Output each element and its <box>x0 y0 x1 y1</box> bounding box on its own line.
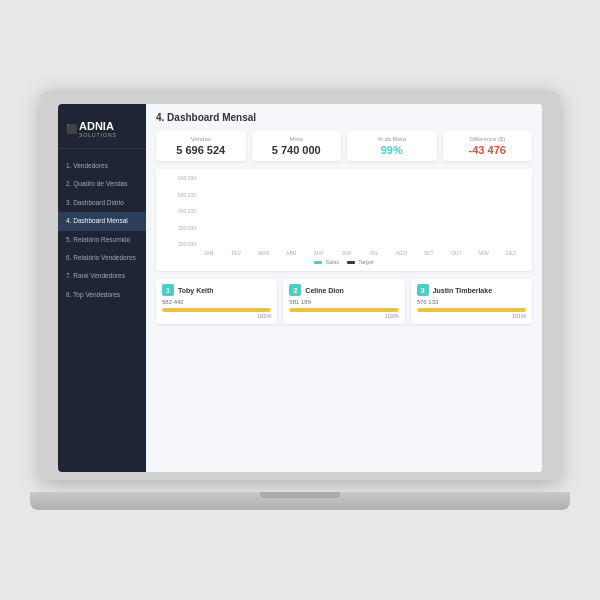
stat-card: % da Meta99% <box>347 131 437 161</box>
chart-x-labels: JANFEVMARABRMAIJUNJULAGOSETOUTNOVDEZ <box>196 250 524 256</box>
legend-sales-dot <box>314 261 322 264</box>
legend-target: Target <box>347 259 373 265</box>
legend-target-label: Target <box>358 259 373 265</box>
bars-wrapper <box>196 175 524 247</box>
rank-bar-fill <box>289 308 398 312</box>
logo-text: ADNIA <box>79 120 117 132</box>
x-axis-label: JUL <box>361 250 387 256</box>
sidebar-nav-item[interactable]: 7. Rank Vendedores <box>58 267 146 285</box>
chart-y-axis: 600.000500.000400.000300.000200.000 <box>164 175 196 247</box>
chart-container: 600.000500.000400.000300.000200.000 JANF… <box>156 169 532 271</box>
rank-name: Justin Timberlake <box>433 287 492 294</box>
stat-card: Difference ($)-43 476 <box>443 131 533 161</box>
x-axis-label: DEZ <box>499 250 525 256</box>
stat-value: 5 740 000 <box>260 144 334 156</box>
rank-number: 2 <box>289 284 301 296</box>
rank-number: 3 <box>417 284 429 296</box>
stats-row: Vendas5 696 524Meta5 740 000% da Meta99%… <box>156 131 532 161</box>
laptop-frame: ⬛ ADNIA SOLUTIONS 1. Vendedores2. Quadro… <box>40 90 560 510</box>
rank-pct: 102% <box>289 313 398 319</box>
sidebar-nav: 1. Vendedores2. Quadro de Vendas3. Dashb… <box>58 157 146 304</box>
sidebar-nav-item[interactable]: 1. Vendedores <box>58 157 146 175</box>
y-axis-label: 300.000 <box>164 225 196 231</box>
main-content: 4. Dashboard Mensal Vendas5 696 524Meta5… <box>146 104 542 472</box>
sidebar-nav-item[interactable]: 5. Relatório Resumido <box>58 231 146 249</box>
legend-sales-label: Sales <box>325 259 339 265</box>
rank-bar-bg <box>289 308 398 312</box>
rank-bar-fill <box>162 308 271 312</box>
stat-label: Vendas <box>164 136 238 142</box>
stat-label: Difference ($) <box>451 136 525 142</box>
stat-value: -43 476 <box>451 144 525 156</box>
x-axis-label: MAR <box>251 250 277 256</box>
stat-card: Meta5 740 000 <box>252 131 342 161</box>
x-axis-label: NOV <box>471 250 497 256</box>
rank-pct: 102% <box>162 313 271 319</box>
x-axis-label: JAN <box>196 250 222 256</box>
rank-value: 581 189 <box>289 299 398 305</box>
x-axis-label: FEV <box>224 250 250 256</box>
x-axis-label: ABR <box>279 250 305 256</box>
rank-card: 3Justin Timberlake576 133101% <box>411 279 532 324</box>
laptop-base <box>30 492 570 510</box>
rank-name: Toby Keith <box>178 287 214 294</box>
y-axis-label: 200.000 <box>164 241 196 247</box>
stat-label: Meta <box>260 136 334 142</box>
sidebar-nav-item[interactable]: 3. Dashboard Diário <box>58 194 146 212</box>
rank-card: 2Celine Dion581 189102% <box>283 279 404 324</box>
x-axis-label: JUN <box>334 250 360 256</box>
x-axis-label: SET <box>416 250 442 256</box>
logo-subtitle: SOLUTIONS <box>79 132 117 138</box>
y-axis-label: 500.000 <box>164 192 196 198</box>
rank-card: 1Toby Keith582 442102% <box>156 279 277 324</box>
stat-label: % da Meta <box>355 136 429 142</box>
y-axis-label: 400.000 <box>164 208 196 214</box>
laptop-screen: ⬛ ADNIA SOLUTIONS 1. Vendedores2. Quadro… <box>58 104 542 472</box>
rank-bar-fill <box>417 308 526 312</box>
logo: ⬛ ADNIA SOLUTIONS <box>58 114 146 149</box>
x-axis-label: OUT <box>444 250 470 256</box>
sidebar-nav-item[interactable]: 6. Relatório Vendedores <box>58 249 146 267</box>
rank-value: 582 442 <box>162 299 271 305</box>
rank-header: 2Celine Dion <box>289 284 398 296</box>
chart-legend: Sales Target <box>164 259 524 265</box>
rank-name: Celine Dion <box>305 287 344 294</box>
sidebar-nav-item[interactable]: 4. Dashboard Mensal <box>58 212 146 230</box>
rank-header: 3Justin Timberlake <box>417 284 526 296</box>
page-title: 4. Dashboard Mensal <box>156 112 532 123</box>
y-axis-label: 600.000 <box>164 175 196 181</box>
stat-value: 5 696 524 <box>164 144 238 156</box>
sidebar-nav-item[interactable]: 2. Quadro de Vendas <box>58 175 146 193</box>
rank-bar-bg <box>162 308 271 312</box>
rankings-row: 1Toby Keith582 442102%2Celine Dion581 18… <box>156 279 532 324</box>
x-axis-label: MAI <box>306 250 332 256</box>
x-axis-label: AGO <box>389 250 415 256</box>
rank-pct: 101% <box>417 313 526 319</box>
legend-target-dot <box>347 261 355 264</box>
rank-value: 576 133 <box>417 299 526 305</box>
rank-header: 1Toby Keith <box>162 284 271 296</box>
sidebar: ⬛ ADNIA SOLUTIONS 1. Vendedores2. Quadro… <box>58 104 146 472</box>
stat-value: 99% <box>355 144 429 156</box>
chart-bars-area: JANFEVMARABRMAIJUNJULAGOSETOUTNOVDEZ <box>196 175 524 256</box>
sidebar-nav-item[interactable]: 8. Top Vendedores <box>58 286 146 304</box>
laptop-body: ⬛ ADNIA SOLUTIONS 1. Vendedores2. Quadro… <box>40 90 560 480</box>
legend-sales: Sales <box>314 259 339 265</box>
stat-card: Vendas5 696 524 <box>156 131 246 161</box>
rank-bar-bg <box>417 308 526 312</box>
rank-number: 1 <box>162 284 174 296</box>
